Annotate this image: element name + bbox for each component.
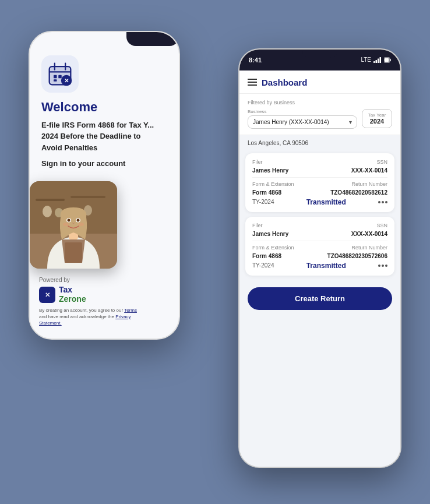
svg-rect-28 — [373, 61, 375, 63]
record-row-filer-2: Filer SSN — [252, 223, 387, 228]
phone-right-inner: Dashboard Filtered by Business Business … — [239, 71, 400, 467]
tz-name: Tax Zerone — [59, 286, 86, 304]
form-label-2: Form & Extension — [252, 245, 294, 251]
lte-text: LTE — [361, 57, 371, 63]
powered-by-section: Powered by ✕ Tax Zerone By creating an a… — [39, 277, 170, 326]
menu-button[interactable] — [248, 79, 257, 86]
svg-point-23 — [77, 218, 80, 221]
battery-icon — [384, 57, 391, 63]
create-return-button[interactable]: Create Return — [248, 287, 392, 310]
transmitted-row-1: TY-2024 Transmitted — [252, 198, 387, 206]
filer-label-1: Filer — [252, 159, 263, 165]
svg-rect-17 — [65, 242, 82, 263]
svg-text:✕: ✕ — [64, 77, 69, 83]
status-bar: 8:41 LTE — [239, 50, 400, 71]
record-row-form-val-1: Form 4868 TZO48682020582612 — [252, 189, 387, 196]
ssn-label-1: SSN — [376, 159, 387, 165]
ty-label-2: TY-2024 — [252, 262, 274, 269]
form-label-1: Form & Extension — [252, 181, 294, 187]
filer-value-2: James Henry — [252, 231, 288, 237]
svg-rect-31 — [380, 57, 382, 63]
status-time: 8:41 — [249, 57, 262, 64]
ty-label-1: TY-2024 — [252, 199, 274, 205]
transmitted-badge-2: Transmitted — [306, 262, 346, 270]
return-value-2: TZO486820230572606 — [327, 253, 387, 259]
divider-2 — [252, 241, 387, 241]
record-row-filer-val-2: James Henry XXX-XX-0014 — [252, 231, 387, 237]
tz-icon: ✕ — [39, 287, 55, 303]
divider-1 — [252, 177, 387, 178]
record-card-2: Filer SSN James Henry XXX-XX-0014 Form &… — [245, 217, 394, 276]
form-value-2: Form 4868 — [252, 253, 281, 259]
location-text: Los Angeles, CA 90506 — [239, 135, 400, 149]
record-row-form-1: Form & Extension Return Number — [252, 181, 387, 187]
svg-rect-13 — [71, 196, 105, 198]
business-label: Business — [248, 109, 357, 114]
tax-year-value: 2024 — [367, 118, 387, 125]
record-row-form-val-2: Form 4868 TZO486820230572606 — [252, 253, 387, 259]
svg-point-22 — [68, 218, 71, 221]
left-phone-content: ✕ Welcome E-file IRS Form 4868 for Tax Y… — [30, 46, 179, 186]
signal-icon — [373, 57, 382, 63]
business-select[interactable]: James Henry (XXX-XX-0014) ▾ — [248, 115, 357, 129]
svg-point-24 — [63, 223, 69, 226]
business-select-text: James Henry (XXX-XX-0014) — [253, 119, 329, 125]
filer-value-1: James Henry — [252, 167, 288, 174]
filter-row: Business James Henry (XXX-XX-0014) ▾ Tax… — [248, 109, 392, 129]
terms-link[interactable]: Terms — [124, 308, 137, 313]
record-row-form-2: Form & Extension Return Number — [252, 245, 387, 251]
ssn-value-1: XXX-XX-0014 — [351, 167, 387, 174]
svg-rect-4 — [58, 75, 62, 78]
welcome-subtitle: E-file IRS Form 4868 for Tax Y...2024 Be… — [41, 119, 167, 154]
more-options-2[interactable] — [378, 265, 387, 267]
chevron-down-icon: ▾ — [349, 119, 352, 125]
person-photo — [30, 181, 117, 269]
tax-year-label: Tax Year — [367, 112, 387, 118]
return-label-1: Return Number — [351, 181, 387, 187]
privacy-link[interactable]: PrivacyStatement. — [39, 314, 131, 326]
dashboard-header: Dashboard — [239, 71, 400, 94]
svg-point-25 — [78, 223, 84, 226]
status-right: LTE — [361, 57, 391, 63]
calendar-icon-wrap: ✕ — [41, 55, 79, 93]
svg-rect-3 — [54, 75, 57, 78]
left-phone: ✕ Welcome E-file IRS Form 4868 for Tax Y… — [29, 31, 180, 340]
record-card-1: Filer SSN James Henry XXX-XX-0014 Form &… — [245, 153, 394, 212]
svg-rect-30 — [378, 58, 379, 63]
form-value-1: Form 4868 — [252, 189, 281, 196]
return-label-2: Return Number — [351, 245, 387, 251]
svg-rect-12 — [36, 199, 65, 201]
more-options-1[interactable] — [378, 201, 387, 203]
calendar-icon: ✕ — [47, 61, 73, 87]
record-row-filer-val-1: James Henry XXX-XX-0014 — [252, 167, 387, 174]
taxzerone-logo: ✕ Tax Zerone — [39, 286, 170, 304]
svg-rect-33 — [390, 59, 392, 61]
tz-logo-icon: ✕ — [42, 290, 52, 300]
filter-section: Filtered by Business Business James Henr… — [239, 94, 400, 135]
return-value-1: TZO48682020582612 — [330, 189, 387, 196]
transmitted-badge-1: Transmitted — [306, 198, 346, 206]
svg-text:✕: ✕ — [45, 291, 50, 298]
filter-label: Filtered by Business — [248, 100, 392, 105]
filer-label-2: Filer — [252, 223, 263, 228]
ssn-value-2: XXX-XX-0014 — [351, 231, 387, 237]
dashboard-title: Dashboard — [262, 77, 307, 87]
record-row-filer-1: Filer SSN — [252, 159, 387, 165]
ssn-label-2: SSN — [376, 223, 387, 228]
svg-rect-5 — [54, 79, 57, 82]
tax-year-box: Tax Year 2024 — [362, 109, 392, 128]
svg-rect-34 — [385, 58, 389, 62]
right-phone: 8:41 LTE — [238, 48, 401, 468]
photo-card — [30, 181, 117, 269]
svg-rect-29 — [376, 60, 378, 63]
phones-container: ✕ Welcome E-file IRS Form 4868 for Tax Y… — [17, 13, 413, 491]
left-phone-notch — [126, 32, 179, 46]
right-phone-notch — [302, 50, 337, 58]
transmitted-row-2: TY-2024 Transmitted — [252, 262, 387, 270]
terms-text: By creating an account, you agree to our… — [39, 307, 170, 327]
svg-point-14 — [43, 206, 52, 217]
sign-in-text: Sign in to your account — [41, 159, 167, 168]
welcome-title: Welcome — [41, 100, 167, 115]
powered-by-label: Powered by — [39, 277, 170, 283]
